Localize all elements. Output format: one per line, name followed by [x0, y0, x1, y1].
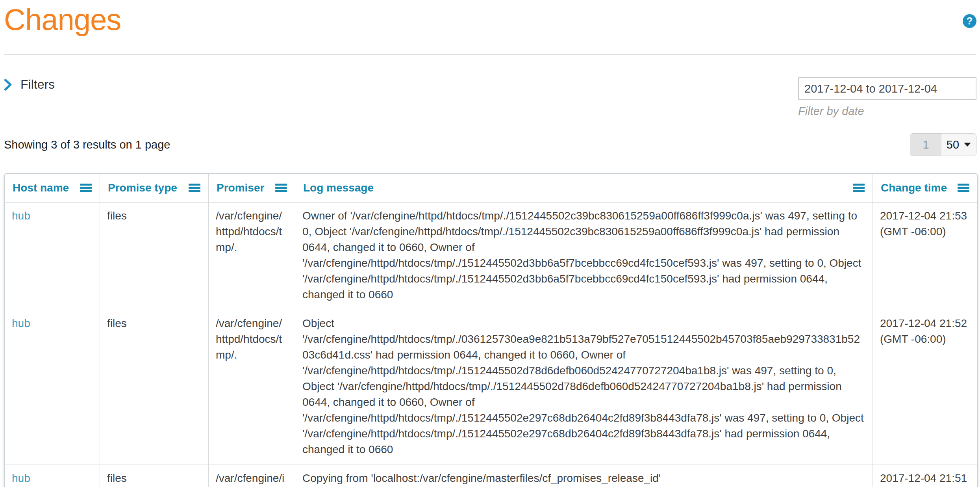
cell-log: Owner of '/var/cfengine/httpd/htdocs/tmp… [295, 203, 873, 310]
cell-log: Copying from 'localhost:/var/cfengine/ma… [295, 465, 873, 487]
host-link[interactable]: hub [12, 210, 30, 222]
cell-promise-type: files [100, 310, 209, 465]
table-body: hubfiles/var/cfengine/httpd/htdocs/tmp/.… [5, 203, 977, 487]
page-size-value: 50 [947, 138, 959, 151]
changes-table: Host namePromise typePromiserLog message… [4, 173, 978, 487]
results-row: Showing 3 of 3 results on 1 page 1 50 [4, 133, 976, 156]
table-header-row: Host namePromise typePromiserLog message… [5, 174, 977, 203]
column-header-time: Change time [873, 174, 977, 203]
column-header-promise-type: Promise type [100, 174, 209, 203]
cell-promiser: /var/cfengine/inputs [209, 465, 295, 487]
date-filter-hint: Filter by date [798, 105, 976, 118]
column-menu-icon[interactable] [189, 184, 200, 192]
column-menu-icon[interactable] [958, 184, 969, 192]
table-row: hubfiles/var/cfengine/httpd/htdocs/tmp/.… [5, 203, 977, 310]
table-row: hubfiles/var/cfengine/inputsCopying from… [5, 465, 977, 487]
cell-host: hub [5, 203, 100, 310]
cell-promise-type: files [100, 465, 209, 487]
column-label: Change time [881, 182, 947, 194]
page-number-button[interactable]: 1 [910, 134, 941, 156]
cell-host: hub [5, 465, 100, 487]
column-header-host: Host name [5, 174, 100, 203]
filters-label: Filters [20, 77, 55, 92]
caret-down-icon [964, 143, 971, 147]
cell-time: 2017-12-04 21:53 (GMT -06:00) [873, 203, 977, 310]
page-header: Changes ? [4, 0, 976, 38]
column-header-log: Log message [295, 174, 873, 203]
column-menu-icon[interactable] [853, 184, 865, 192]
date-range-input[interactable] [798, 77, 976, 100]
help-icon[interactable]: ? [963, 14, 976, 28]
cell-time: 2017-12-04 21:51 (GMT -06:00) [873, 465, 977, 487]
date-filter-group: Filter by date [798, 77, 976, 118]
filters-row: Filters Filter by date [4, 77, 976, 120]
filters-toggle[interactable]: Filters [4, 77, 55, 92]
column-label: Promise type [108, 182, 177, 194]
page-title: Changes [4, 2, 121, 38]
cell-promiser: /var/cfengine/httpd/htdocs/tmp/. [209, 203, 295, 310]
page-size-dropdown[interactable]: 50 [941, 134, 976, 156]
column-header-promiser: Promiser [209, 174, 295, 203]
host-link[interactable]: hub [12, 317, 30, 329]
pagination: 1 50 [910, 133, 976, 156]
cell-time: 2017-12-04 21:52 (GMT -06:00) [873, 310, 977, 465]
chevron-right-icon [4, 79, 13, 91]
column-label: Log message [303, 182, 374, 194]
cell-log: Object '/var/cfengine/httpd/htdocs/tmp/.… [295, 310, 873, 465]
header-divider [4, 54, 976, 55]
column-menu-icon[interactable] [80, 184, 92, 192]
changes-page: Changes ? Filters Filter by date Showing… [0, 0, 980, 487]
cell-host: hub [5, 310, 100, 465]
cell-promise-type: files [100, 203, 209, 310]
cell-promiser: /var/cfengine/httpd/htdocs/tmp/. [209, 310, 295, 465]
table-row: hubfiles/var/cfengine/httpd/htdocs/tmp/.… [5, 310, 977, 465]
column-menu-icon[interactable] [275, 184, 287, 192]
column-label: Host name [13, 182, 69, 194]
column-label: Promiser [217, 182, 264, 194]
results-summary: Showing 3 of 3 results on 1 page [4, 138, 170, 151]
host-link[interactable]: hub [12, 472, 30, 484]
